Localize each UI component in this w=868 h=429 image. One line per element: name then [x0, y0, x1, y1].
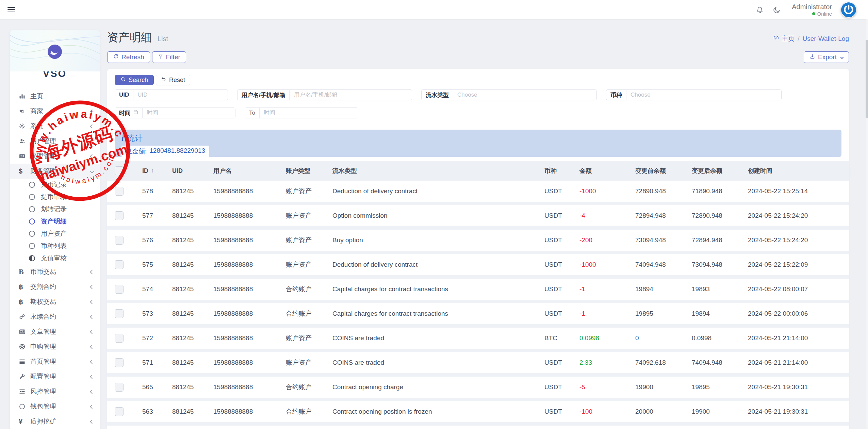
time-from-input[interactable]: [143, 108, 235, 118]
circle-icon: [29, 206, 35, 212]
table-cell: 2024-05-22 15:25:14: [740, 181, 849, 202]
table-cell: 账户资产: [278, 352, 325, 373]
table-cell: 2024-05-21 21:14:00: [740, 328, 849, 349]
dashboard-gauge-icon: [773, 34, 780, 43]
table-cell: 573: [135, 303, 165, 324]
table-cell: [107, 230, 135, 251]
table-cell: 881245: [165, 303, 206, 324]
sidebar-item[interactable]: 配置管理: [10, 369, 100, 384]
sidebar-item[interactable]: ฿期权交易: [10, 294, 100, 309]
sidebar-item[interactable]: 永续合约: [10, 309, 100, 324]
table-row: 57488124515988888888合约账户Capital charges …: [107, 279, 849, 300]
sidebar-item[interactable]: 商家: [10, 104, 100, 119]
select-all-checkbox[interactable]: [115, 166, 124, 175]
sidebar-item[interactable]: 资产明细: [10, 215, 100, 228]
table-cell: 15988888888: [206, 254, 278, 275]
sidebar-item[interactable]: 主页: [10, 89, 100, 104]
search-button[interactable]: Search: [115, 75, 154, 85]
sidebar-item[interactable]: 充币记录: [10, 179, 100, 191]
sidebar-item-label: 钱包管理: [30, 402, 91, 411]
row-checkbox[interactable]: [115, 187, 124, 196]
menu-toggle-icon[interactable]: [7, 6, 15, 14]
sidebar-item[interactable]: ¥质押挖矿: [10, 414, 100, 429]
table-row: 57288124515988888888账户资产COINS are traded…: [107, 328, 849, 349]
sidebar-item[interactable]: 提币审核: [10, 191, 100, 203]
sidebar-item[interactable]: 币种列表: [10, 240, 100, 252]
sidebar-item[interactable]: 代理管理: [10, 149, 100, 164]
sidebar-item[interactable]: 钱包管理: [10, 399, 100, 414]
sidebar-item[interactable]: 充值审核: [10, 252, 100, 264]
table-cell: 合约账户: [278, 279, 325, 300]
reset-button[interactable]: Reset: [156, 75, 190, 85]
table-cell: -100: [572, 401, 628, 422]
chain-icon: [19, 313, 30, 320]
table-row: 57888124515988888888账户资产Deduction of del…: [107, 181, 849, 202]
user-input[interactable]: [290, 90, 412, 100]
sidebar-item[interactable]: $财务管理: [10, 164, 100, 179]
sidebar-item[interactable]: 划转记录: [10, 203, 100, 215]
bell-icon[interactable]: [756, 6, 764, 14]
scrollbar-thumb[interactable]: [866, 40, 868, 118]
sidebar-item-label: 期权交易: [30, 297, 91, 306]
table-cell: Capital charges for contract transaction…: [325, 279, 537, 300]
table-cell: USDT: [537, 181, 572, 202]
table-row: 57188124515988888888账户资产COINS are traded…: [107, 352, 849, 373]
row-checkbox[interactable]: [115, 211, 124, 220]
currency-select[interactable]: [626, 90, 781, 100]
sidebar-item[interactable]: 风控管理: [10, 384, 100, 399]
row-checkbox[interactable]: [115, 285, 124, 294]
sidebar-item-label: 充币记录: [41, 180, 67, 189]
breadcrumb-current[interactable]: User-Wallet-Log: [802, 35, 849, 43]
table-cell: 2024-05-21 19:30:31: [740, 377, 849, 398]
row-checkbox[interactable]: [115, 383, 124, 392]
row-checkbox[interactable]: [115, 236, 124, 245]
scrollbar-track[interactable]: [866, 19, 868, 429]
flow-type-select[interactable]: [453, 90, 596, 100]
row-checkbox[interactable]: [115, 309, 124, 318]
refresh-button[interactable]: Refresh: [107, 51, 150, 63]
table-cell: USDT: [537, 279, 572, 300]
sidebar-item[interactable]: 用户资产: [10, 228, 100, 240]
table-cell: 881245: [165, 181, 206, 202]
avatar[interactable]: [841, 2, 856, 18]
sidebar-item[interactable]: ฿交割合约: [10, 279, 100, 294]
table-header-row: ID↑UID用户名账户类型流水类型币种金额变更前余额变更后余额创建时间: [107, 161, 849, 181]
table-cell: 19894: [628, 279, 684, 300]
online-dot: [812, 12, 815, 15]
user-block[interactable]: Administrator Online: [792, 3, 832, 17]
dark-mode-moon-icon[interactable]: [773, 6, 781, 14]
table-cell: 合约账户: [278, 401, 325, 422]
table-cell: USDT: [537, 352, 572, 373]
export-button[interactable]: Export: [804, 51, 849, 63]
sidebar-item[interactable]: 首页管理: [10, 354, 100, 369]
filter-button[interactable]: Filter: [152, 51, 186, 63]
table-cell: USDT: [537, 401, 572, 422]
sidebar-item-label: 质押挖矿: [30, 417, 91, 426]
sidebar-item-label: 申购管理: [30, 342, 91, 351]
sidebar-item[interactable]: B币币交易: [10, 264, 100, 279]
row-checkbox[interactable]: [115, 358, 124, 367]
table-cell: -1: [572, 279, 628, 300]
sidebar-item[interactable]: 用户管理: [10, 134, 100, 149]
sidebar-item[interactable]: 文章管理: [10, 324, 100, 339]
sidebar-item-label: 永续合约: [30, 312, 91, 321]
table-cell: 2024-05-22 00:00:06: [740, 303, 849, 324]
table-header-cell[interactable]: ID↑: [135, 161, 165, 181]
chevron-left-icon: [90, 345, 94, 349]
table-cell: 881245: [165, 254, 206, 275]
table-cell: Capital charges for contract transaction…: [325, 303, 537, 324]
sidebar-item[interactable]: 系统: [10, 119, 100, 134]
row-checkbox[interactable]: [115, 260, 124, 269]
breadcrumb-home-link[interactable]: 主页: [773, 34, 795, 43]
uid-input[interactable]: [133, 90, 228, 100]
sidebar-item[interactable]: 申购管理: [10, 339, 100, 354]
table-cell: 881245: [165, 279, 206, 300]
time-to-input[interactable]: [260, 108, 358, 118]
row-checkbox[interactable]: [115, 407, 124, 416]
row-checkbox[interactable]: [115, 334, 124, 343]
table-cell: [107, 352, 135, 373]
chevron-left-icon: [90, 419, 94, 424]
baht-icon: ฿: [19, 298, 30, 306]
gear-icon: [19, 123, 30, 130]
sidebar-item-label: 文章管理: [30, 327, 91, 336]
